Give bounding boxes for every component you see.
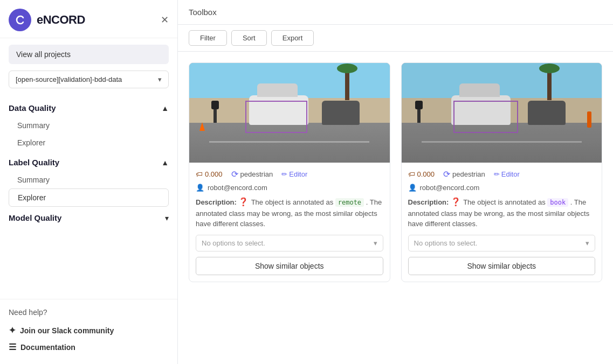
user-row-1: 👤 robot@encord.com	[196, 184, 383, 192]
chevron-down-icon: ▾	[158, 75, 162, 83]
docs-icon: ☰	[9, 342, 16, 352]
user-icon-2: 👤	[408, 184, 417, 192]
slack-link[interactable]: ✦ Join our Slack community	[9, 322, 169, 339]
slack-label: Join our Slack community	[20, 326, 114, 335]
toolbox-bar: Toolbox	[178, 0, 613, 25]
decorative-cone-1	[199, 122, 205, 131]
sidebar-header: eNCORD ✕	[0, 0, 177, 38]
desc-text-1: The object is annotated as	[251, 198, 335, 206]
card-meta-1: 🏷 0.000 ⟳ pedestrian ✏ Editor	[196, 169, 383, 179]
label-quality-title: Label Quality	[9, 158, 59, 167]
class-icon-2: ⟳	[443, 169, 450, 179]
model-quality-header[interactable]: Model Quality ▾	[9, 207, 169, 227]
decorative-light-2	[417, 104, 421, 123]
decorative-light-1	[213, 104, 217, 123]
cards-row: 🏷 0.000 ⟳ pedestrian ✏ Editor	[189, 62, 602, 282]
docs-link[interactable]: ☰ Documentation	[9, 339, 169, 355]
card-meta-2: 🏷 0.000 ⟳ pedestrian ✏ Editor	[408, 169, 596, 179]
class-name-1: pedestrian	[240, 170, 273, 178]
user-email-2: robot@encord.com	[420, 184, 480, 192]
top-buttons-bar: Filter Sort Export	[178, 25, 613, 52]
slack-icon: ✦	[9, 325, 16, 335]
decorative-tree-2	[547, 68, 552, 100]
app-name: eNCORD	[37, 13, 85, 27]
similarity-card-1: 🏷 0.000 ⟳ pedestrian ✏ Editor	[189, 62, 390, 282]
sidebar: eNCORD ✕ View all projects [open-source]…	[0, 0, 178, 364]
class-badge-2: ⟳ pedestrian	[443, 169, 485, 179]
score-value-2: 0.000	[417, 170, 435, 178]
data-quality-section: Data Quality ▲ Summary Explorer	[0, 97, 177, 151]
decorative-road-1	[209, 141, 369, 143]
card-body-2: 🏷 0.000 ⟳ pedestrian ✏ Editor	[402, 163, 602, 282]
card-image-2	[402, 63, 602, 163]
decorative-car-dark-2	[528, 101, 566, 125]
editor-link-2[interactable]: ✏ Editor	[494, 170, 520, 178]
model-quality-section: Model Quality ▾	[0, 207, 177, 227]
inline-code-2: book	[547, 198, 568, 207]
dropdown-placeholder-2: No options to select.	[414, 239, 478, 247]
main-content: Toolbox Filter Sort Export	[178, 0, 613, 364]
warning-icon-1: ❓	[238, 197, 251, 206]
user-icon-1: 👤	[196, 184, 204, 192]
dropdown-chevron-2: ▾	[586, 239, 589, 247]
label-quality-header[interactable]: Label Quality ▲	[9, 151, 169, 171]
logo-area: eNCORD	[9, 9, 85, 31]
logo-icon	[9, 9, 31, 31]
docs-label: Documentation	[20, 343, 75, 352]
show-similar-button-2[interactable]: Show similar objects	[408, 257, 596, 275]
toolbox-label: Toolbox	[189, 8, 217, 17]
dropdown-chevron-1: ▾	[374, 239, 377, 247]
card-body-1: 🏷 0.000 ⟳ pedestrian ✏ Editor	[189, 163, 390, 282]
class-icon-1: ⟳	[231, 169, 238, 179]
similarity-card-2: 🏷 0.000 ⟳ pedestrian ✏ Editor	[401, 62, 603, 282]
annotation-box-2	[453, 101, 518, 133]
decorative-car-dark-1	[322, 101, 360, 125]
class-badge-1: ⟳ pedestrian	[231, 169, 273, 179]
close-button[interactable]: ✕	[161, 15, 169, 25]
dropdown-placeholder-1: No options to select.	[202, 239, 265, 247]
chevron-down-icon-2: ▾	[165, 214, 169, 222]
export-button[interactable]: Export	[271, 30, 314, 46]
decorative-tree-1	[345, 68, 349, 100]
annotation-box-1	[245, 101, 307, 133]
score-badge-1: 🏷 0.000	[196, 170, 223, 178]
card-image-1	[189, 63, 390, 163]
decorative-road-2	[422, 141, 582, 143]
project-name: [open-source][validation]-bdd-data	[16, 75, 122, 83]
score-value-1: 0.000	[205, 170, 223, 178]
project-selector[interactable]: [open-source][validation]-bdd-data ▾	[9, 71, 169, 88]
dropdown-2[interactable]: No options to select. ▾	[408, 235, 596, 251]
cards-container: 🏷 0.000 ⟳ pedestrian ✏ Editor	[178, 52, 613, 364]
desc-prefix-1: Description:	[196, 198, 237, 206]
decorative-person	[587, 111, 591, 128]
sidebar-footer: Need help? ✦ Join our Slack community ☰ …	[0, 299, 177, 364]
editor-link-1[interactable]: ✏ Editor	[281, 170, 307, 178]
sidebar-item-label-explorer[interactable]: Explorer	[9, 188, 169, 207]
sidebar-item-label-summary[interactable]: Summary	[9, 171, 169, 188]
user-email-1: robot@encord.com	[208, 184, 267, 192]
view-all-projects-button[interactable]: View all projects	[9, 45, 169, 64]
description-1: Description: ❓ The object is annotated a…	[196, 196, 383, 229]
show-similar-button-1[interactable]: Show similar objects	[196, 257, 383, 275]
desc-text-2: The object is annotated as	[463, 198, 547, 206]
desc-prefix-2: Description:	[408, 198, 449, 206]
dropdown-1[interactable]: No options to select. ▾	[196, 235, 383, 251]
label-quality-section: Label Quality ▲ Summary Explorer	[0, 151, 177, 207]
filter-button[interactable]: Filter	[189, 30, 227, 46]
need-help-text: Need help?	[9, 308, 169, 317]
svg-point-0	[13, 13, 27, 27]
model-quality-title: Model Quality	[9, 213, 61, 222]
score-badge-2: 🏷 0.000	[408, 170, 435, 178]
sidebar-item-data-summary[interactable]: Summary	[9, 117, 169, 134]
tag-icon-1: 🏷	[196, 170, 203, 178]
data-quality-header[interactable]: Data Quality ▲	[9, 97, 169, 117]
sort-button[interactable]: Sort	[231, 30, 267, 46]
warning-icon-2: ❓	[451, 197, 463, 206]
class-name-2: pedestrian	[452, 170, 485, 178]
tag-icon-2: 🏷	[408, 170, 415, 178]
user-row-2: 👤 robot@encord.com	[408, 184, 596, 192]
sidebar-item-data-explorer[interactable]: Explorer	[9, 134, 169, 151]
chevron-up-icon: ▲	[161, 104, 169, 113]
inline-code-1: remote	[335, 198, 364, 207]
pencil-icon-1: ✏	[281, 170, 287, 178]
